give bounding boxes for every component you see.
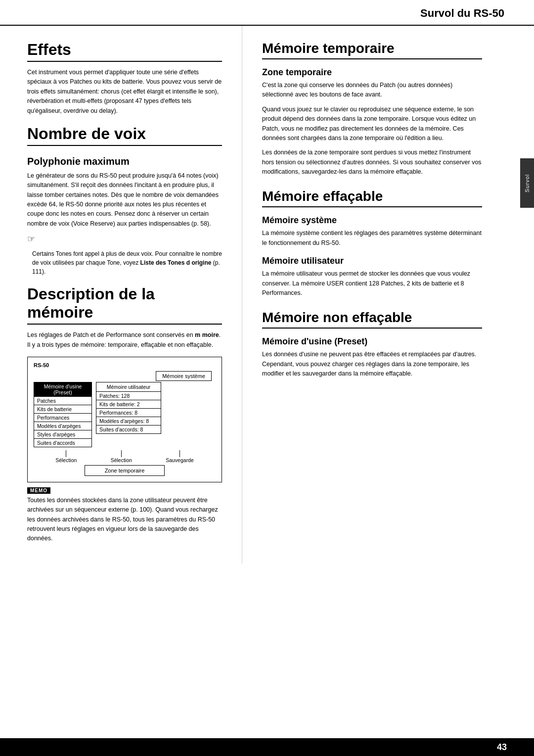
main-content: Effets Cet instrument vous permet d'appl… [0, 26, 534, 564]
header-title: Survol du RS-50 [420, 7, 504, 20]
memoire-systeme-subtitle: Mémoire système [262, 215, 482, 226]
memo-label-row: MEMO [27, 487, 222, 494]
note-bold2: Tones d origine [168, 259, 211, 266]
memoire-systeme-body: La mémoire système contient les réglages… [262, 229, 482, 248]
preset-item: Styles d'arpèges [34, 430, 91, 439]
left-column: Effets Cet instrument vous permet d'appl… [0, 26, 242, 564]
selection2-label: Sélection [111, 457, 132, 463]
effets-title: Effets [27, 41, 222, 62]
polyphonie-body: Le générateur de sons du RS-50 peut prod… [27, 171, 222, 229]
user-items-box: Patches: 128 Kits de batterie: 2 Perform… [96, 392, 161, 434]
user-header: Mémoire utilisateur [96, 382, 161, 392]
arrow-sauvegarde: Sauvegarde [166, 450, 194, 463]
memoire-non-effacable-title: Mémoire non effaçable [262, 310, 482, 326]
zone-temp-body3: Les données de la zone temporaire sont p… [262, 148, 482, 177]
user-item: Patches: 128 [96, 392, 161, 400]
description-title: Description de la mémoire [27, 285, 222, 325]
memo-text: Toutes les données stockées dans la zone… [27, 496, 222, 544]
memo-badge: MEMO [27, 487, 50, 494]
top-header: Survol du RS-50 [0, 0, 534, 26]
user-item: Suites d'accords: 8 [96, 425, 161, 433]
nombre-voix-title: Nombre de voix [27, 125, 222, 146]
page-number: 43 [497, 742, 507, 753]
rs50-label: RS-50 [34, 362, 216, 368]
preset-header: Mémoire d'usine (Preset) [34, 382, 92, 397]
preset-column: Mémoire d'usine (Preset) Patches Kits de… [34, 382, 92, 447]
memoire-effacable-title: Mémoire effaçable [262, 189, 482, 204]
memoire-utilisateur-body: La mémoire utilisateur vous permet de st… [262, 269, 482, 298]
sys-mem-box: Mémoire système [156, 371, 212, 381]
selection1-label: Sélection [55, 457, 77, 463]
memoire-temp-title: Mémoire temporaire [262, 41, 482, 56]
sauvegarde-label: Sauvegarde [166, 457, 194, 463]
zone-temp-subtitle: Zone temporaire [262, 67, 482, 78]
zone-temp-body2: Quand vous jouez sur le clavier ou repro… [262, 105, 482, 143]
memoire-utilisateur-subtitle: Mémoire utilisateur [262, 256, 482, 266]
user-item: Kits de batterie: 2 [96, 400, 161, 409]
arrow-selection2: Sélection [111, 450, 132, 463]
zone-temp-body1: C'est la zone qui conserve les données d… [262, 81, 482, 100]
preset-item: Patches [34, 397, 91, 405]
side-tab: Survol [520, 158, 534, 208]
user-column: Mémoire utilisateur Patches: 128 Kits de… [96, 382, 161, 434]
user-item: Modèles d'arpèges: 8 [96, 417, 161, 425]
bottom-bar: 43 [0, 738, 534, 756]
right-column: Mémoire temporaire Zone temporaire C'est… [242, 26, 509, 564]
memoire-usine-subtitle: Mémoire d'usine (Preset) [262, 336, 482, 347]
memory-diagram: RS-50 Mémoire système Mémoire d'usine (P… [27, 357, 222, 482]
memo-box: MEMO Toutes les données stockées dans la… [27, 487, 222, 544]
description-body: Les réglages de Patch et de Performance … [27, 331, 222, 350]
arrow-selection1: Sélection [55, 450, 77, 463]
user-item: Performances: 8 [96, 409, 161, 417]
note-icon: ☞ [27, 234, 222, 244]
zone-temp-box: Zone temporaire [85, 465, 165, 476]
polyphonie-title: Polyphonie maximum [27, 156, 222, 167]
memoire-usine-body: Les données d'usine ne peuvent pas être … [262, 350, 482, 378]
arrows-row: Sélection Sélection Sauvegarde [34, 450, 216, 463]
zone-temp-container: Zone temporaire [34, 465, 216, 476]
effets-body: Cet instrument vous permet d'appliquer t… [27, 68, 222, 116]
note-bold1: Liste des [140, 259, 166, 266]
preset-item: Modèles d'arpèges [34, 422, 91, 430]
note-box: Certains Tones font appel à plus de deux… [32, 249, 222, 276]
preset-item: Kits de batterie [34, 405, 91, 414]
preset-item: Suites d'accords [34, 439, 91, 447]
preset-items-box: Patches Kits de batterie Performances Mo… [34, 397, 92, 447]
preset-item: Performances [34, 414, 91, 422]
